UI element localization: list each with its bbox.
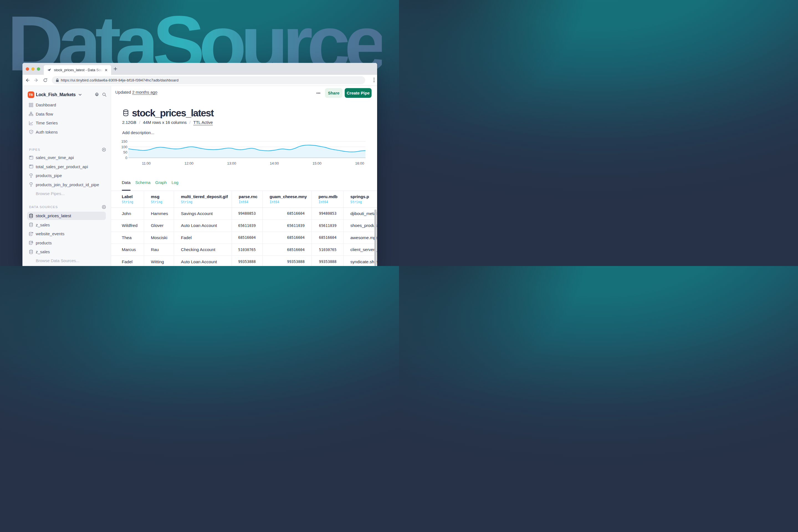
column-header[interactable]: guam_cheese.mnyInt64 — [262, 191, 311, 208]
settings-gear-icon[interactable] — [94, 92, 99, 97]
updated-time-link[interactable]: 2 months ago — [132, 90, 157, 94]
browse-data-sources-link[interactable]: Browse Data Sources... — [22, 256, 111, 265]
sidebar-item-label: products_pipe — [36, 173, 62, 178]
add-pipe-button[interactable] — [102, 148, 106, 152]
cell-value: 65611039 — [319, 224, 337, 228]
datasource-title-icon — [123, 110, 129, 116]
table-cell: 99480853 — [232, 208, 263, 220]
sidebar-item-pipe[interactable]: products_join_by_product_id_pipe — [22, 180, 111, 189]
page-title: stock_prices_latest — [132, 108, 214, 119]
workspace-switcher[interactable]: TB Lock_Fish_Markets — [28, 91, 107, 99]
reload-button[interactable] — [43, 78, 48, 82]
column-header[interactable]: peru.mdbInt64 — [311, 191, 343, 208]
add-data-source-button[interactable] — [102, 205, 106, 209]
tinybird-favicon — [47, 68, 52, 72]
table-cell: Witting — [144, 256, 174, 266]
cell-value: awesome.mpeg — [350, 235, 377, 240]
cell-value: 99480853 — [238, 211, 256, 215]
chart-y-tick-label: 50 — [123, 150, 127, 155]
browser-tab[interactable]: stock_prices_latest - Data Sour — [44, 65, 111, 75]
flow-icon — [28, 112, 34, 116]
tab-graph[interactable]: Graph — [155, 174, 167, 191]
chart-x-tick-label: 14:00 — [270, 161, 279, 166]
chevron-down-icon — [78, 94, 82, 96]
database-icon — [28, 223, 34, 227]
table-row[interactable]: WildfredGloverAuto Loan Account656110396… — [111, 220, 377, 232]
table-row[interactable]: MarcusRauChecking Account510307656851660… — [111, 244, 377, 256]
browse-pipes-link[interactable]: Browse Pipes... — [22, 189, 111, 198]
sidebar-item-datasource[interactable]: z_sales — [22, 247, 111, 256]
sidebar-item-datasource[interactable]: products — [22, 238, 111, 247]
table-row[interactable]: JohnHammesSavings Account994808536851660… — [111, 208, 377, 220]
close-window-button[interactable] — [26, 67, 29, 71]
browser-menu-button[interactable] — [374, 75, 375, 85]
forward-button[interactable] — [34, 78, 39, 83]
meta-dimensions: 44M rows x 16 columns — [143, 120, 187, 125]
sidebar-item-datasource[interactable]: z_sales — [22, 220, 111, 229]
column-type: Int64 — [319, 200, 343, 204]
more-actions-button[interactable] — [317, 93, 320, 94]
table-cell: 68516604 — [262, 232, 311, 244]
cell-value: 51030765 — [319, 248, 337, 252]
add-description-placeholder[interactable]: Add description... — [122, 130, 154, 135]
sidebar-item-time-series[interactable]: Time Series — [22, 119, 111, 128]
data-sources-section-header: DATA SOURCES — [29, 205, 106, 209]
cell-value: Thea — [122, 235, 144, 240]
table-cell: 68516604 — [262, 244, 311, 255]
cell-value: 99353888 — [287, 260, 305, 264]
sidebar-item-datasource[interactable]: website_events — [22, 229, 111, 238]
table-header-row: LabelString msgString multi_tiered_depos… — [111, 191, 377, 208]
cell-value: 99480853 — [319, 211, 337, 215]
pipes-section-header: PIPES — [29, 147, 106, 152]
back-button[interactable] — [25, 78, 30, 83]
cell-value: djibouti_metal — [350, 211, 377, 216]
table-cell: Fadel — [111, 256, 144, 266]
sidebar-item-pipe[interactable]: products_pipe — [22, 171, 111, 180]
detail-tabs: Data Schema Graph Log — [122, 174, 178, 191]
table-cell: Hammes — [144, 208, 174, 220]
updated-prefix: Updated — [115, 90, 131, 94]
column-header[interactable]: msgString — [144, 191, 174, 208]
table-cell: Fadel — [174, 232, 232, 244]
tab-log[interactable]: Log — [172, 174, 178, 191]
table-scrollbar[interactable] — [374, 209, 377, 266]
sidebar-item-pipe[interactable]: sales_over_time_api — [22, 153, 111, 162]
tab-close-icon[interactable] — [104, 68, 108, 72]
table-cell: Rau — [144, 244, 174, 255]
column-name: msg — [151, 194, 174, 199]
create-pipe-button[interactable]: Create Pipe — [345, 88, 372, 98]
sidebar-item-label: stock_prices_latest — [36, 213, 71, 218]
sidebar-item-label: Auth tokens — [36, 130, 58, 134]
sidebar-item-datasource-selected[interactable]: stock_prices_latest — [22, 211, 111, 220]
minimize-window-button[interactable] — [31, 67, 35, 71]
search-icon[interactable] — [102, 92, 107, 97]
api-endpoint-icon — [28, 165, 34, 169]
table-row[interactable]: TheaMosciskiFadel68516604685166046851660… — [111, 232, 377, 244]
sidebar-item-data-flow[interactable]: Data flow — [22, 110, 111, 118]
sidebar-item-pipe[interactable]: total_sales_per_product_api — [22, 162, 111, 171]
table-cell: Mosciski — [144, 232, 174, 244]
sidebar: TB Lock_Fish_Markets — [22, 86, 111, 266]
sidebar-item-auth-tokens[interactable]: Auth tokens — [22, 128, 111, 136]
column-header[interactable]: springs.pString — [343, 191, 377, 208]
table-cell: Savings Account — [174, 208, 232, 220]
zoom-window-button[interactable] — [37, 67, 40, 71]
column-header[interactable]: LabelString — [111, 191, 144, 208]
new-tab-button[interactable] — [113, 63, 117, 75]
sidebar-item-label: products_join_by_product_id_pipe — [36, 182, 99, 187]
grid-icon — [28, 103, 34, 107]
tab-data[interactable]: Data — [122, 174, 131, 191]
plus-icon — [113, 67, 117, 71]
meta-ttl-link[interactable]: TTL Active — [193, 120, 213, 125]
column-header[interactable]: parse.rncInt64 — [232, 191, 263, 208]
tab-title: stock_prices_latest - Data Sour — [54, 68, 104, 72]
tab-schema[interactable]: Schema — [135, 174, 150, 191]
table-row[interactable]: FadelWittingAuto Loan Account99353888993… — [111, 256, 377, 266]
chart-x-tick-label: 11:00 — [142, 161, 151, 166]
sidebar-item-dashboard[interactable]: Dashboard — [22, 100, 111, 110]
url-bar[interactable]: https://ui.tinybird.co/8dae6a-8309-84je-… — [52, 76, 365, 84]
sidebar-item-label: sales_over_time_api — [36, 155, 74, 160]
share-button[interactable]: Share — [325, 88, 343, 98]
table-cell: 99353888 — [232, 256, 263, 266]
column-header[interactable]: multi_tiered_deposit.gifString — [174, 191, 232, 208]
